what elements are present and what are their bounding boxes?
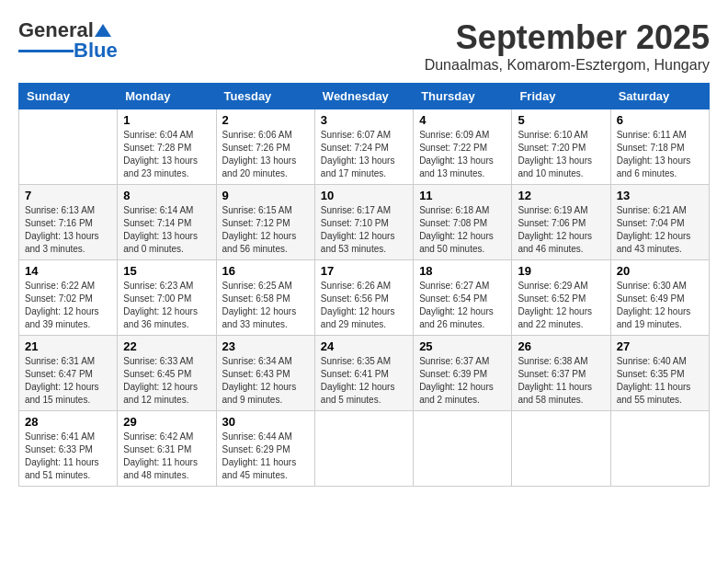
day-info: Sunrise: 6:06 AMSunset: 7:26 PMDaylight:…	[222, 129, 309, 180]
header-wednesday: Wednesday	[314, 84, 413, 109]
calendar-cell: 26Sunrise: 6:38 AMSunset: 6:37 PMDayligh…	[512, 336, 610, 411]
day-info: Sunrise: 6:13 AMSunset: 7:16 PMDaylight:…	[25, 204, 111, 256]
day-info: Sunrise: 6:25 AMSunset: 6:58 PMDaylight:…	[222, 280, 309, 331]
day-number: 26	[518, 339, 604, 353]
day-info: Sunrise: 6:38 AMSunset: 6:37 PMDaylight:…	[518, 355, 604, 407]
day-number: 7	[25, 189, 111, 202]
header-monday: Monday	[118, 84, 216, 109]
calendar-cell: 14Sunrise: 6:22 AMSunset: 7:02 PMDayligh…	[19, 260, 118, 336]
calendar-cell: 17Sunrise: 6:26 AMSunset: 6:56 PMDayligh…	[314, 260, 413, 336]
day-number: 23	[222, 339, 309, 353]
calendar-cell: 28Sunrise: 6:41 AMSunset: 6:33 PMDayligh…	[19, 411, 118, 487]
day-number: 11	[419, 189, 506, 202]
day-number: 12	[518, 189, 604, 202]
calendar-cell	[414, 411, 512, 487]
calendar-cell: 9Sunrise: 6:15 AMSunset: 7:12 PMDaylight…	[216, 185, 314, 260]
day-info: Sunrise: 6:21 AMSunset: 7:04 PMDaylight:…	[617, 204, 703, 256]
day-info: Sunrise: 6:14 AMSunset: 7:14 PMDaylight:…	[123, 204, 210, 256]
week-row-1: 1Sunrise: 6:04 AMSunset: 7:28 PMDaylight…	[19, 109, 710, 185]
calendar-cell: 7Sunrise: 6:13 AMSunset: 7:16 PMDaylight…	[19, 185, 118, 260]
calendar-cell: 23Sunrise: 6:34 AMSunset: 6:43 PMDayligh…	[216, 336, 314, 411]
logo: General Blue	[18, 18, 118, 63]
day-number: 20	[617, 264, 703, 278]
calendar-cell: 12Sunrise: 6:19 AMSunset: 7:06 PMDayligh…	[512, 185, 610, 260]
month-title: September 2025	[425, 18, 710, 57]
calendar-cell	[19, 109, 118, 185]
week-row-2: 7Sunrise: 6:13 AMSunset: 7:16 PMDaylight…	[19, 185, 710, 260]
day-info: Sunrise: 6:09 AMSunset: 7:22 PMDaylight:…	[419, 129, 506, 180]
day-number: 8	[123, 189, 210, 202]
calendar-cell	[512, 411, 610, 487]
location: Dunaalmas, Komarom-Esztergom, Hungary	[425, 57, 710, 74]
calendar-cell: 19Sunrise: 6:29 AMSunset: 6:52 PMDayligh…	[512, 260, 610, 336]
day-info: Sunrise: 6:11 AMSunset: 7:18 PMDaylight:…	[617, 129, 703, 180]
day-info: Sunrise: 6:35 AMSunset: 6:41 PMDaylight:…	[321, 355, 407, 407]
logo-bird-icon	[95, 22, 111, 39]
day-info: Sunrise: 6:42 AMSunset: 6:31 PMDaylight:…	[123, 431, 210, 482]
day-number: 9	[222, 189, 309, 202]
day-number: 27	[617, 339, 703, 353]
calendar-cell: 16Sunrise: 6:25 AMSunset: 6:58 PMDayligh…	[216, 260, 314, 336]
day-number: 16	[222, 264, 309, 278]
calendar-cell: 15Sunrise: 6:23 AMSunset: 7:00 PMDayligh…	[118, 260, 216, 336]
calendar-body: 1Sunrise: 6:04 AMSunset: 7:28 PMDaylight…	[19, 109, 710, 487]
day-number: 6	[617, 113, 703, 127]
logo-underline	[18, 50, 74, 52]
day-info: Sunrise: 6:41 AMSunset: 6:33 PMDaylight:…	[25, 431, 111, 482]
calendar-cell: 2Sunrise: 6:06 AMSunset: 7:26 PMDaylight…	[216, 109, 314, 185]
day-info: Sunrise: 6:33 AMSunset: 6:45 PMDaylight:…	[123, 355, 210, 407]
day-info: Sunrise: 6:07 AMSunset: 7:24 PMDaylight:…	[321, 129, 407, 180]
day-number: 17	[321, 264, 407, 278]
day-info: Sunrise: 6:15 AMSunset: 7:12 PMDaylight:…	[222, 204, 309, 256]
calendar-cell: 29Sunrise: 6:42 AMSunset: 6:31 PMDayligh…	[118, 411, 216, 487]
week-row-5: 28Sunrise: 6:41 AMSunset: 6:33 PMDayligh…	[19, 411, 710, 487]
calendar-table: SundayMondayTuesdayWednesdayThursdayFrid…	[18, 83, 710, 487]
day-info: Sunrise: 6:19 AMSunset: 7:06 PMDaylight:…	[518, 204, 604, 256]
day-info: Sunrise: 6:40 AMSunset: 6:35 PMDaylight:…	[617, 355, 703, 407]
day-info: Sunrise: 6:29 AMSunset: 6:52 PMDaylight:…	[518, 280, 604, 331]
header-row: SundayMondayTuesdayWednesdayThursdayFrid…	[19, 84, 710, 109]
day-number: 13	[617, 189, 703, 202]
week-row-4: 21Sunrise: 6:31 AMSunset: 6:47 PMDayligh…	[19, 336, 710, 411]
day-number: 4	[419, 113, 506, 127]
calendar-cell: 25Sunrise: 6:37 AMSunset: 6:39 PMDayligh…	[414, 336, 512, 411]
calendar-cell: 13Sunrise: 6:21 AMSunset: 7:04 PMDayligh…	[610, 185, 709, 260]
day-number: 28	[25, 415, 111, 429]
day-number: 15	[123, 264, 210, 278]
calendar-cell: 4Sunrise: 6:09 AMSunset: 7:22 PMDaylight…	[414, 109, 512, 185]
day-number: 29	[123, 415, 210, 429]
calendar-header: SundayMondayTuesdayWednesdayThursdayFrid…	[19, 84, 710, 109]
header-saturday: Saturday	[610, 84, 709, 109]
day-number: 22	[123, 339, 210, 353]
day-number: 5	[518, 113, 604, 127]
calendar-cell: 30Sunrise: 6:44 AMSunset: 6:29 PMDayligh…	[216, 411, 314, 487]
day-info: Sunrise: 6:18 AMSunset: 7:08 PMDaylight:…	[419, 204, 506, 256]
day-number: 3	[321, 113, 407, 127]
day-number: 21	[25, 339, 111, 353]
page-header: General Blue September 2025 Dunaalmas, K…	[18, 18, 710, 74]
header-friday: Friday	[512, 84, 610, 109]
header-tuesday: Tuesday	[216, 84, 314, 109]
day-info: Sunrise: 6:31 AMSunset: 6:47 PMDaylight:…	[25, 355, 111, 407]
calendar-cell: 5Sunrise: 6:10 AMSunset: 7:20 PMDaylight…	[512, 109, 610, 185]
svg-marker-0	[95, 24, 111, 37]
day-number: 25	[419, 339, 506, 353]
day-info: Sunrise: 6:23 AMSunset: 7:00 PMDaylight:…	[123, 280, 210, 331]
day-info: Sunrise: 6:37 AMSunset: 6:39 PMDaylight:…	[419, 355, 506, 407]
week-row-3: 14Sunrise: 6:22 AMSunset: 7:02 PMDayligh…	[19, 260, 710, 336]
calendar-cell: 27Sunrise: 6:40 AMSunset: 6:35 PMDayligh…	[610, 336, 709, 411]
day-info: Sunrise: 6:30 AMSunset: 6:49 PMDaylight:…	[617, 280, 703, 331]
day-number: 24	[321, 339, 407, 353]
title-block: September 2025 Dunaalmas, Komarom-Eszter…	[425, 18, 710, 74]
calendar-cell: 8Sunrise: 6:14 AMSunset: 7:14 PMDaylight…	[118, 185, 216, 260]
header-sunday: Sunday	[19, 84, 118, 109]
day-number: 18	[419, 264, 506, 278]
day-info: Sunrise: 6:04 AMSunset: 7:28 PMDaylight:…	[123, 129, 210, 180]
day-info: Sunrise: 6:17 AMSunset: 7:10 PMDaylight:…	[321, 204, 407, 256]
calendar-cell: 10Sunrise: 6:17 AMSunset: 7:10 PMDayligh…	[314, 185, 413, 260]
day-info: Sunrise: 6:26 AMSunset: 6:56 PMDaylight:…	[321, 280, 407, 331]
day-number: 14	[25, 264, 111, 278]
day-number: 1	[123, 113, 210, 127]
day-number: 30	[222, 415, 309, 429]
day-info: Sunrise: 6:27 AMSunset: 6:54 PMDaylight:…	[419, 280, 506, 331]
